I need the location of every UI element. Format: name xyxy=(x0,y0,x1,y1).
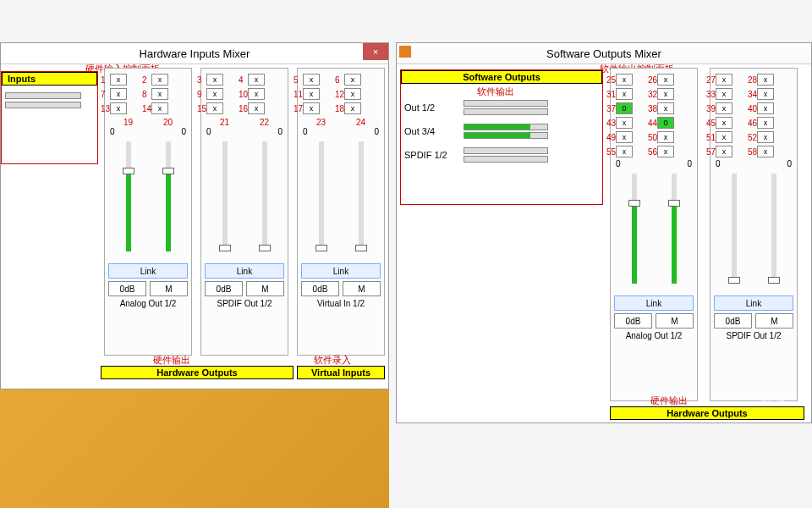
routing-cell[interactable]: 2x xyxy=(151,74,168,86)
fader-value-l: 0 xyxy=(110,127,115,136)
routing-cell[interactable]: 51x xyxy=(716,131,732,143)
mute-button[interactable]: M xyxy=(246,281,284,296)
fader-value-r: 0 xyxy=(277,127,283,136)
routing-cell[interactable]: 28x xyxy=(757,74,774,86)
fader-value-r: 0 xyxy=(787,159,792,168)
routing-cell[interactable]: 55x xyxy=(616,146,633,157)
channel-strip: 3x 4x9x 10x15x 16x 2122 00 Link 0dB M SP… xyxy=(200,68,288,356)
link-button[interactable]: Link xyxy=(301,263,381,279)
routing-cell[interactable]: 40x xyxy=(757,102,774,114)
zero-db-button[interactable]: 0dB xyxy=(108,281,146,296)
routing-cell[interactable]: 27x xyxy=(716,74,732,86)
routing-cell[interactable]: 9x xyxy=(206,88,223,100)
routing-cell[interactable]: 440 xyxy=(657,117,674,129)
routing-cell[interactable]: 3x xyxy=(206,74,223,86)
routing-cell[interactable]: 25x xyxy=(616,74,633,86)
link-button[interactable]: Link xyxy=(614,295,694,311)
software-output-row: Out 1/2 xyxy=(404,99,599,116)
routing-cell[interactable]: 11x xyxy=(303,88,320,100)
fader-left[interactable] xyxy=(319,141,324,251)
watermark-text: 野狼 xyxy=(760,389,787,406)
link-button[interactable]: Link xyxy=(205,263,284,279)
window-title-right: Software Outputs Mixer xyxy=(546,47,661,60)
routing-cell[interactable]: 49x xyxy=(616,131,633,143)
fader-left[interactable] xyxy=(732,174,737,284)
anno-sw-in: 软件录入 xyxy=(314,354,351,367)
fader-value-l: 0 xyxy=(716,159,721,168)
routing-cell[interactable]: 26x xyxy=(657,74,674,86)
fader-value-r: 0 xyxy=(181,127,186,136)
zero-db-button[interactable]: 0dB xyxy=(614,313,652,329)
hardware-inputs-window: Hardware Inputs Mixer × 硬件输入控制面板 Inputs … xyxy=(0,42,389,389)
fader-right[interactable] xyxy=(771,174,776,284)
channel-strip: 5x 6x11x 12x17x 18x 2324 00 Link 0dB M V… xyxy=(297,68,385,356)
footer-hw-outputs-r: Hardware Outputs xyxy=(610,406,804,420)
app-icon xyxy=(399,46,411,58)
zero-db-button[interactable]: 0dB xyxy=(301,281,339,296)
routing-cell[interactable]: 46x xyxy=(757,117,774,129)
fader-left[interactable] xyxy=(126,141,131,251)
mute-button[interactable]: M xyxy=(343,281,381,296)
routing-cell[interactable]: 4x xyxy=(248,74,265,86)
zero-db-button[interactable]: 0dB xyxy=(205,281,243,296)
close-button[interactable]: × xyxy=(363,43,388,60)
output-label: Analog Out 1/2 xyxy=(108,299,188,308)
routing-cell[interactable]: 5x xyxy=(303,74,320,86)
routing-cell[interactable]: 12x xyxy=(344,88,361,100)
routing-cell[interactable]: 34x xyxy=(757,88,774,100)
mute-button[interactable]: M xyxy=(755,313,793,329)
routing-cell[interactable]: 31x xyxy=(616,88,633,100)
fader-right[interactable] xyxy=(359,141,364,251)
routing-cell[interactable]: 14x xyxy=(151,102,168,114)
zero-db-button[interactable]: 0dB xyxy=(714,313,752,329)
routing-cell[interactable]: 18x xyxy=(344,102,361,114)
fader-left[interactable] xyxy=(632,174,637,284)
fader-right[interactable] xyxy=(672,174,677,284)
software-outputs-window: Software Outputs Mixer 软件输出控制面板 Software… xyxy=(396,42,812,423)
routing-cell[interactable]: 38x xyxy=(657,102,674,114)
routing-cell[interactable]: 39x xyxy=(716,102,732,114)
link-button[interactable]: Link xyxy=(714,295,793,311)
input-meter-1 xyxy=(5,92,81,99)
routing-cell[interactable]: 370 xyxy=(616,102,633,114)
level-meter xyxy=(464,147,548,154)
routing-cell[interactable]: 57x xyxy=(716,146,732,157)
window-title: Hardware Inputs Mixer xyxy=(140,47,250,60)
titlebar-left[interactable]: Hardware Inputs Mixer × xyxy=(1,43,388,64)
mute-button[interactable]: M xyxy=(150,281,188,296)
routing-cell[interactable]: 10x xyxy=(248,88,265,100)
routing-cell[interactable]: 17x xyxy=(303,102,320,114)
routing-cell[interactable]: 56x xyxy=(657,146,674,157)
routing-cell[interactable]: 8x xyxy=(151,88,168,100)
fader-value-l: 0 xyxy=(206,127,211,136)
routing-cell[interactable]: 33x xyxy=(716,88,732,100)
fader-left[interactable] xyxy=(222,141,228,251)
fader-value-r: 0 xyxy=(374,127,379,136)
sw-out-label: Out 3/4 xyxy=(404,126,464,136)
channel-strip: 1x 2x7x 8x13x 14x 1920 00 Link 0dB M Ana… xyxy=(104,68,192,356)
routing-cell[interactable]: 32x xyxy=(657,88,674,100)
routing-cell[interactable]: 45x xyxy=(716,117,732,129)
anno-hw-out-r: 硬件输出 xyxy=(650,395,688,407)
routing-cell[interactable]: 50x xyxy=(657,131,674,143)
routing-cell[interactable]: 7x xyxy=(110,88,127,100)
routing-cell[interactable]: 16x xyxy=(248,102,265,114)
channel-strip: 25x 26x31x 32x370 38x43x 44049x 50x55x 5… xyxy=(610,68,698,401)
input-meter-2 xyxy=(5,102,81,108)
level-meter xyxy=(464,108,548,115)
routing-cell[interactable]: 15x xyxy=(206,102,223,114)
link-button[interactable]: Link xyxy=(108,263,188,279)
anno-sw-out: 软件输出 xyxy=(477,86,514,98)
routing-cell[interactable]: 43x xyxy=(616,117,633,129)
fader-right[interactable] xyxy=(262,141,267,251)
routing-cell[interactable]: 13x xyxy=(110,102,127,114)
mute-button[interactable]: M xyxy=(656,313,694,329)
routing-cell[interactable]: 6x xyxy=(344,74,361,86)
titlebar-right[interactable]: Software Outputs Mixer xyxy=(397,43,811,64)
output-label: Analog Out 1/2 xyxy=(614,331,694,340)
fader-right[interactable] xyxy=(166,141,171,251)
routing-cell[interactable]: 1x xyxy=(110,74,127,86)
fader-value-l: 0 xyxy=(303,127,308,136)
routing-cell[interactable]: 52x xyxy=(757,131,774,143)
routing-cell[interactable]: 58x xyxy=(757,146,774,157)
